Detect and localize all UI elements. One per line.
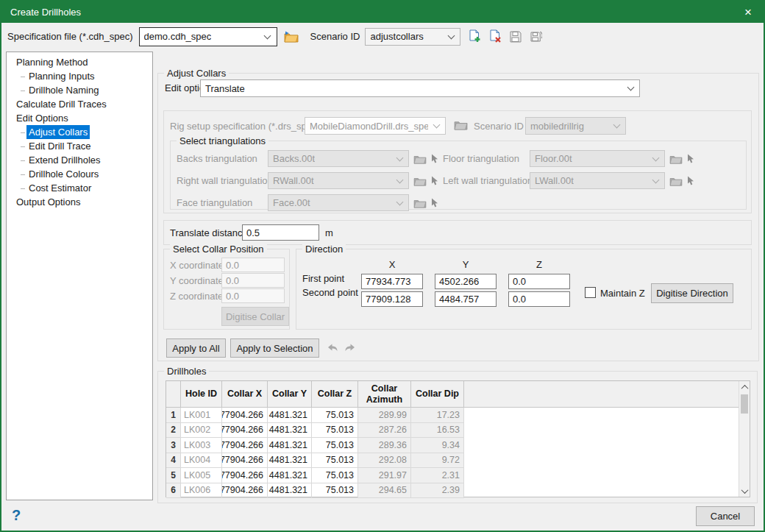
- cell-hole-id[interactable]: LK004: [181, 453, 222, 469]
- cell-collar-z[interactable]: 75.013: [312, 408, 358, 423]
- tree-item[interactable]: Adjust Collars: [7, 125, 152, 139]
- cell-collar-z[interactable]: 75.013: [312, 453, 358, 469]
- cell-hole-id[interactable]: LK003: [181, 438, 222, 453]
- redo-icon: [344, 343, 355, 352]
- scenario-id-combobox[interactable]: adjustcollars: [365, 28, 460, 46]
- cell-collar-x[interactable]: 77904.266: [222, 438, 268, 453]
- cell-collar-azimuth: 292.08: [358, 453, 411, 469]
- digitise-direction-button[interactable]: Digitise Direction: [651, 283, 733, 303]
- cell-collar-x[interactable]: 77904.266: [222, 423, 268, 439]
- header-collar-z[interactable]: Collar Z: [312, 381, 358, 407]
- spec-file-label: Specification file (*.cdh_spec): [7, 31, 133, 42]
- cell-hole-id[interactable]: LK005: [181, 468, 222, 483]
- header-collar-dip[interactable]: Collar Dip: [411, 381, 464, 407]
- row-number: 4: [166, 453, 181, 469]
- footer: ? Cancel: [1, 503, 764, 531]
- folder-icon: [454, 119, 468, 130]
- cancel-button[interactable]: Cancel: [696, 506, 755, 526]
- spec-file-combobox[interactable]: demo.cdh_spec: [139, 27, 277, 46]
- table-body: 1 LK001 77904.266 4481.321 75.013 289.99…: [166, 408, 739, 498]
- first-point-x-input[interactable]: [361, 274, 423, 289]
- cell-collar-azimuth: 289.99: [358, 408, 411, 423]
- scenario-id-label: Scenario ID: [310, 31, 360, 42]
- tree-item[interactable]: Edit Options: [7, 111, 152, 125]
- table-row[interactable]: 5 LK005 77904.266 4481.321 75.013 291.97…: [166, 468, 739, 483]
- cell-hole-id[interactable]: LK002: [181, 423, 222, 439]
- tree-item[interactable]: Planning Method: [7, 55, 152, 69]
- row-number: 2: [166, 423, 181, 439]
- scroll-up-icon[interactable]: [739, 381, 750, 393]
- cell-collar-x[interactable]: 77904.266: [222, 453, 268, 469]
- save-scenario-icon[interactable]: [509, 30, 522, 43]
- translate-distance-label: Translate distance: [170, 227, 248, 238]
- direction-col-x: X: [361, 259, 423, 270]
- second-point-x-input[interactable]: [361, 291, 423, 307]
- window-title: Create Drillholes: [10, 7, 81, 18]
- scroll-down-icon[interactable]: [739, 485, 750, 497]
- apply-to-all-button[interactable]: Apply to All: [166, 338, 226, 358]
- cell-collar-y[interactable]: 4481.321: [268, 438, 312, 453]
- select-triangulations-legend: Select triangulations: [177, 135, 268, 146]
- header-collar-y[interactable]: Collar Y: [268, 381, 312, 407]
- tree-item[interactable]: Drillhole Naming: [7, 83, 152, 97]
- apply-to-selection-button[interactable]: Apply to Selection: [230, 338, 319, 358]
- cell-collar-z[interactable]: 75.013: [312, 483, 358, 499]
- vertical-scrollbar[interactable]: [739, 381, 750, 497]
- tree-item[interactable]: Extend Drillholes: [7, 153, 152, 167]
- tree-item[interactable]: Cost Estimator: [7, 181, 152, 195]
- cell-collar-dip: 2.39: [411, 483, 464, 499]
- cell-collar-z[interactable]: 75.013: [312, 438, 358, 453]
- table-row[interactable]: 1 LK001 77904.266 4481.321 75.013 289.99…: [166, 408, 739, 423]
- tree-item[interactable]: Calculate Drill Traces: [7, 97, 152, 111]
- cell-collar-z[interactable]: 75.013: [312, 468, 358, 483]
- cell-collar-y[interactable]: 4481.321: [268, 468, 312, 483]
- cell-collar-y[interactable]: 4481.321: [268, 423, 312, 439]
- chevron-down-icon: [652, 177, 659, 185]
- cell-collar-y[interactable]: 4481.321: [268, 408, 312, 423]
- delete-scenario-icon[interactable]: [488, 29, 502, 43]
- pick-cursor-icon: [430, 176, 438, 185]
- row-number: 5: [166, 468, 181, 483]
- scrollbar-thumb[interactable]: [741, 394, 748, 414]
- tree-item[interactable]: Drillhole Colours: [7, 167, 152, 181]
- cell-collar-y[interactable]: 4481.321: [268, 453, 312, 469]
- cell-collar-x[interactable]: 77904.266: [222, 408, 268, 423]
- table-row[interactable]: 3 LK003 77904.266 4481.321 75.013 289.36…: [166, 438, 739, 453]
- tree-item[interactable]: Edit Drill Trace: [7, 139, 152, 153]
- triangulations-grid: Backs triangulation Backs.00t: [171, 141, 746, 217]
- folder-icon: [669, 176, 683, 186]
- table-row[interactable]: 2 LK002 77904.266 4481.321 75.013 287.26…: [166, 423, 739, 439]
- cell-hole-id[interactable]: LK001: [181, 408, 222, 423]
- table-row[interactable]: 4 LK004 77904.266 4481.321 75.013 292.08…: [166, 453, 739, 469]
- close-button[interactable]: ×: [736, 3, 761, 21]
- save-scenario-as-icon[interactable]: [529, 30, 542, 43]
- new-scenario-icon[interactable]: [468, 29, 482, 43]
- cell-hole-id[interactable]: LK006: [181, 483, 222, 499]
- first-point-z-input[interactable]: [508, 274, 570, 289]
- triangulation-label: Left wall triangulation: [443, 175, 530, 186]
- first-point-y-input[interactable]: [435, 274, 497, 289]
- translate-distance-input[interactable]: [242, 224, 319, 241]
- triangulation-combobox: Face.00t: [268, 194, 409, 211]
- header-hole-id[interactable]: Hole ID: [181, 381, 222, 407]
- cell-collar-y[interactable]: 4481.321: [268, 483, 312, 499]
- cell-collar-x[interactable]: 77904.266: [222, 483, 268, 499]
- header-collar-azimuth[interactable]: Collar Azimuth: [358, 381, 411, 407]
- table-row[interactable]: 6 LK006 77904.266 4481.321 75.013 294.65…: [166, 483, 739, 499]
- tree-item[interactable]: Planning Inputs: [7, 69, 152, 83]
- open-folder-icon[interactable]: [284, 31, 299, 43]
- scenario-actions: [468, 29, 542, 43]
- header-collar-x[interactable]: Collar X: [222, 381, 268, 407]
- edit-options-combobox[interactable]: Translate: [200, 79, 640, 97]
- cell-collar-x[interactable]: 77904.266: [222, 468, 268, 483]
- second-point-z-input[interactable]: [508, 291, 570, 307]
- chevron-down-icon: [652, 155, 659, 163]
- help-icon[interactable]: ?: [12, 507, 21, 524]
- rig-spec-combobox: MobileDiamondDrill.drs_spec: [305, 117, 446, 135]
- second-point-label: Second point: [302, 287, 358, 298]
- second-point-y-input[interactable]: [435, 291, 497, 307]
- cell-collar-z[interactable]: 75.013: [312, 423, 358, 439]
- maintain-z-checkbox[interactable]: [585, 287, 596, 298]
- y-coordinate-input: [221, 273, 285, 288]
- tree-item[interactable]: Output Options: [7, 195, 152, 209]
